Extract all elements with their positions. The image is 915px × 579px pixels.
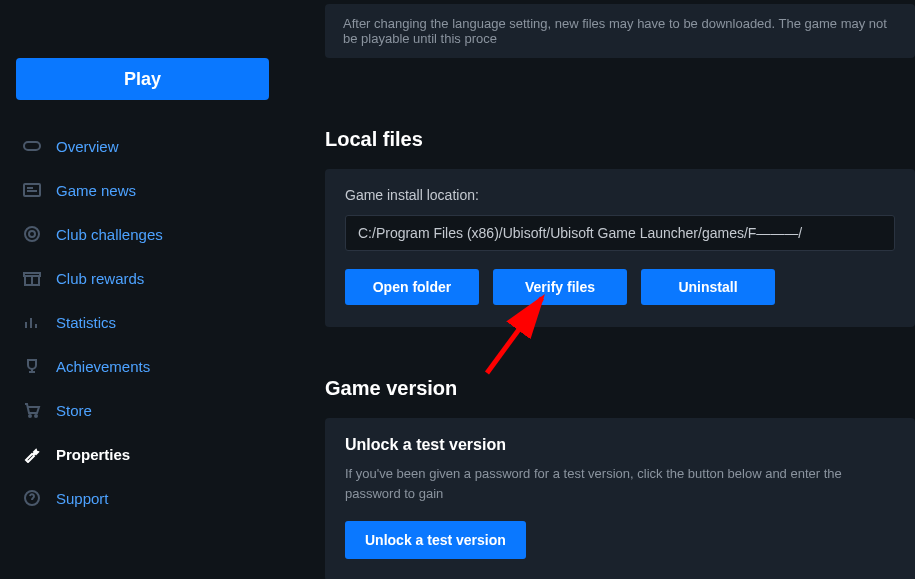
verify-files-button[interactable]: Verify files — [493, 269, 627, 305]
svg-point-16 — [29, 415, 31, 417]
sidebar-item-achievements[interactable]: Achievements — [16, 356, 269, 376]
sidebar-item-label: Support — [56, 490, 109, 507]
svg-point-17 — [35, 415, 37, 417]
svg-point-6 — [25, 227, 39, 241]
svg-point-7 — [29, 231, 35, 237]
local-files-title: Local files — [325, 128, 915, 151]
gamepad-icon — [22, 136, 42, 156]
install-location-label: Game install location: — [345, 187, 895, 203]
news-icon — [22, 180, 42, 200]
game-version-title: Game version — [325, 377, 915, 400]
sidebar-item-club-challenges[interactable]: Club challenges — [16, 224, 269, 244]
sidebar-item-statistics[interactable]: Statistics — [16, 312, 269, 332]
sidebar-item-label: Statistics — [56, 314, 116, 331]
sidebar-item-store[interactable]: Store — [16, 400, 269, 420]
open-folder-button[interactable]: Open folder — [345, 269, 479, 305]
local-files-buttons: Open folder Verify files Uninstall — [345, 269, 895, 305]
sidebar-item-label: Overview — [56, 138, 119, 155]
sidebar-item-overview[interactable]: Overview — [16, 136, 269, 156]
game-version-panel: Unlock a test version If you've been giv… — [325, 418, 915, 579]
gift-icon — [22, 268, 42, 288]
cart-icon — [22, 400, 42, 420]
sidebar: Play Overview Game news Club challenges … — [0, 0, 285, 579]
uninstall-button[interactable]: Uninstall — [641, 269, 775, 305]
play-button[interactable]: Play — [16, 58, 269, 100]
main-content: After changing the language setting, new… — [285, 0, 915, 579]
sidebar-item-label: Club challenges — [56, 226, 163, 243]
sidebar-item-label: Store — [56, 402, 92, 419]
svg-rect-0 — [24, 142, 40, 150]
unlock-subtitle: Unlock a test version — [345, 436, 895, 454]
target-icon — [22, 224, 42, 244]
sidebar-item-club-rewards[interactable]: Club rewards — [16, 268, 269, 288]
sidebar-item-label: Game news — [56, 182, 136, 199]
sidebar-item-label: Properties — [56, 446, 130, 463]
sidebar-item-label: Club rewards — [56, 270, 144, 287]
sidebar-nav: Overview Game news Club challenges Club … — [16, 136, 269, 508]
unlock-description: If you've been given a password for a te… — [345, 464, 895, 503]
unlock-test-version-button[interactable]: Unlock a test version — [345, 521, 526, 559]
help-icon — [22, 488, 42, 508]
trophy-icon — [22, 356, 42, 376]
local-files-panel: Game install location: C:/Program Files … — [325, 169, 915, 327]
language-info-bar: After changing the language setting, new… — [325, 4, 915, 58]
sidebar-item-game-news[interactable]: Game news — [16, 180, 269, 200]
sidebar-item-support[interactable]: Support — [16, 488, 269, 508]
install-path-display: C:/Program Files (x86)/Ubisoft/Ubisoft G… — [345, 215, 895, 251]
svg-rect-10 — [24, 273, 40, 276]
sidebar-item-label: Achievements — [56, 358, 150, 375]
chart-icon — [22, 312, 42, 332]
sidebar-item-properties[interactable]: Properties — [16, 444, 269, 464]
wrench-icon — [22, 444, 42, 464]
